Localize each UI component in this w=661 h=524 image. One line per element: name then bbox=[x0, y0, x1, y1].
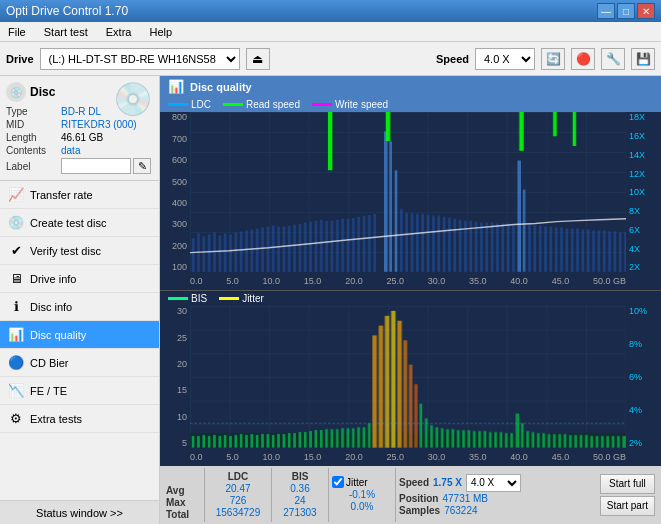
jitter-legend-item[interactable]: Jitter bbox=[219, 293, 264, 304]
svg-rect-56 bbox=[485, 223, 488, 272]
svg-rect-45 bbox=[427, 215, 430, 272]
menu-file[interactable]: File bbox=[4, 25, 30, 39]
svg-rect-171 bbox=[622, 436, 626, 448]
svg-rect-25 bbox=[315, 221, 318, 272]
start-part-button[interactable]: Start part bbox=[600, 496, 655, 516]
speed-label-stat: Speed bbox=[399, 477, 429, 488]
svg-rect-131 bbox=[363, 427, 366, 448]
svg-rect-46 bbox=[432, 216, 435, 272]
drive-info-icon: 🖥 bbox=[8, 271, 24, 287]
disc-watermark: 💿 bbox=[113, 80, 153, 118]
svg-rect-133 bbox=[420, 404, 423, 448]
nav-extra-tests[interactable]: ⚙ Extra tests bbox=[0, 405, 159, 433]
svg-rect-108 bbox=[283, 434, 286, 448]
total-label: Total bbox=[166, 509, 201, 520]
close-button[interactable]: ✕ bbox=[637, 3, 655, 19]
svg-rect-67 bbox=[544, 227, 547, 273]
nav-verify-test-disc-label: Verify test disc bbox=[30, 245, 101, 257]
create-test-disc-icon: 💿 bbox=[8, 215, 24, 231]
jitter-checkbox[interactable] bbox=[332, 476, 344, 488]
save-button[interactable]: 💾 bbox=[631, 48, 655, 70]
svg-rect-38 bbox=[389, 141, 392, 272]
extra-tests-icon: ⚙ bbox=[8, 411, 24, 427]
start-full-button[interactable]: Start full bbox=[600, 474, 655, 494]
svg-rect-153 bbox=[526, 431, 529, 448]
svg-rect-144 bbox=[478, 431, 481, 448]
menu-help[interactable]: Help bbox=[145, 25, 176, 39]
svg-rect-59 bbox=[491, 223, 494, 272]
menu-extra[interactable]: Extra bbox=[102, 25, 136, 39]
refresh-button[interactable]: 🔄 bbox=[541, 48, 565, 70]
position-value: 47731 MB bbox=[442, 493, 488, 504]
bis-label: BIS bbox=[191, 293, 207, 304]
nav-disc-quality[interactable]: 📊 Disc quality bbox=[0, 321, 159, 349]
drive-select[interactable]: (L:) HL-DT-ST BD-RE WH16NS58 TST4 bbox=[40, 48, 240, 70]
svg-rect-101 bbox=[245, 435, 248, 448]
svg-rect-157 bbox=[548, 434, 551, 448]
svg-rect-125 bbox=[331, 429, 334, 448]
nav-verify-test-disc[interactable]: ✔ Verify test disc bbox=[0, 237, 159, 265]
disc-label-button[interactable]: ✎ bbox=[133, 158, 151, 174]
svg-rect-124 bbox=[325, 429, 328, 448]
svg-rect-135 bbox=[430, 426, 433, 448]
svg-rect-140 bbox=[457, 430, 460, 448]
disc-type-label: Type bbox=[6, 106, 61, 117]
nav-fe-te[interactable]: 📉 FE / TE bbox=[0, 377, 159, 405]
svg-rect-48 bbox=[443, 217, 446, 272]
bis-legend-item[interactable]: BIS bbox=[168, 293, 207, 304]
svg-rect-97 bbox=[224, 435, 227, 448]
disc-length-label: Length bbox=[6, 132, 61, 143]
svg-rect-31 bbox=[347, 219, 350, 272]
svg-rect-94 bbox=[208, 436, 211, 448]
svg-rect-170 bbox=[617, 436, 620, 448]
svg-rect-57 bbox=[517, 161, 521, 273]
svg-rect-47 bbox=[437, 216, 440, 272]
svg-rect-70 bbox=[560, 228, 563, 273]
disc-label-input[interactable] bbox=[61, 158, 131, 174]
svg-rect-169 bbox=[612, 436, 615, 448]
jitter-color bbox=[219, 297, 239, 300]
disc-quality-icon: 📊 bbox=[8, 327, 24, 343]
svg-rect-17 bbox=[272, 226, 275, 273]
svg-rect-14 bbox=[256, 229, 259, 273]
svg-rect-81 bbox=[619, 233, 622, 273]
svg-rect-112 bbox=[304, 432, 307, 448]
eject-button[interactable]: ⏏ bbox=[246, 48, 270, 70]
legend-ldc: LDC bbox=[168, 99, 211, 110]
svg-rect-147 bbox=[494, 432, 497, 448]
burn-button[interactable]: 🔴 bbox=[571, 48, 595, 70]
svg-rect-105 bbox=[267, 434, 270, 448]
nav-cd-bier[interactable]: 🔵 CD Bier bbox=[0, 349, 159, 377]
left-panel: 💿 Disc 💿 Type BD-R DL MID RITEKDR3 (000)… bbox=[0, 76, 160, 524]
svg-rect-149 bbox=[505, 433, 508, 448]
avg-jitter: -0.1% bbox=[332, 489, 392, 500]
svg-rect-73 bbox=[576, 229, 579, 273]
svg-rect-41 bbox=[405, 213, 408, 272]
svg-rect-116 bbox=[372, 336, 376, 448]
nav-transfer-rate[interactable]: 📈 Transfer rate bbox=[0, 181, 159, 209]
svg-rect-127 bbox=[341, 428, 344, 448]
avg-label: Avg bbox=[166, 485, 201, 496]
nav-disc-info[interactable]: ℹ Disc info bbox=[0, 293, 159, 321]
legend-read-speed: Read speed bbox=[223, 99, 300, 110]
disc-contents-row: Contents data bbox=[6, 145, 153, 156]
svg-rect-75 bbox=[587, 230, 590, 273]
settings-button[interactable]: 🔧 bbox=[601, 48, 625, 70]
status-window-button[interactable]: Status window >> bbox=[0, 500, 159, 524]
bottom-chart-x-axis: 0.0 5.0 10.0 15.0 20.0 25.0 30.0 35.0 40… bbox=[190, 448, 626, 466]
nav-create-test-disc[interactable]: 💿 Create test disc bbox=[0, 209, 159, 237]
nav-drive-info[interactable]: 🖥 Drive info bbox=[0, 265, 159, 293]
svg-rect-86 bbox=[553, 112, 557, 136]
position-label: Position bbox=[399, 493, 438, 504]
maximize-button[interactable]: □ bbox=[617, 3, 635, 19]
svg-rect-119 bbox=[391, 311, 395, 448]
speed-stat-dropdown[interactable]: 4.0 X bbox=[466, 474, 521, 492]
svg-rect-129 bbox=[352, 428, 355, 448]
menu-start-test[interactable]: Start test bbox=[40, 25, 92, 39]
svg-rect-32 bbox=[352, 218, 355, 272]
speed-select[interactable]: 4.0 X bbox=[475, 48, 535, 70]
svg-rect-64 bbox=[528, 225, 531, 273]
svg-rect-143 bbox=[473, 431, 476, 448]
svg-rect-85 bbox=[519, 112, 523, 151]
minimize-button[interactable]: — bbox=[597, 3, 615, 19]
